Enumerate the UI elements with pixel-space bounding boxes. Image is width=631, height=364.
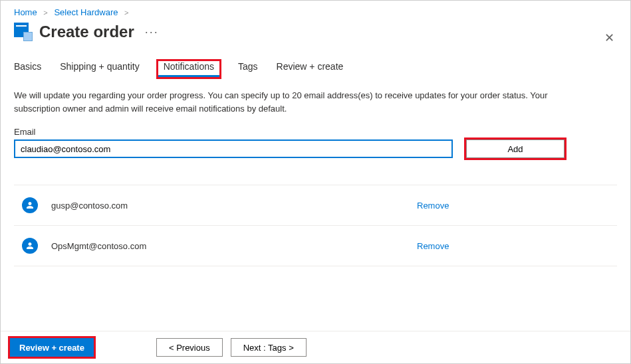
- footer: Review + create < Previous Next : Tags >: [1, 331, 630, 363]
- breadcrumb-home[interactable]: Home: [14, 7, 37, 17]
- notifications-description: We will update you regarding your order …: [1, 77, 586, 115]
- chevron-right-icon: >: [124, 9, 128, 17]
- tab-basics[interactable]: Basics: [14, 61, 41, 77]
- email-list: gusp@contoso.com Remove OpsMgmt@contoso.…: [1, 158, 630, 266]
- tab-bar: Basics Shipping + quantity Notifications…: [1, 49, 630, 77]
- list-item: gusp@contoso.com Remove: [14, 185, 617, 226]
- more-icon[interactable]: ···: [145, 25, 159, 39]
- email-address: OpsMgmt@contoso.com: [51, 241, 417, 251]
- close-icon[interactable]: ✕: [604, 31, 614, 45]
- tab-review[interactable]: Review + create: [277, 61, 344, 77]
- review-create-button[interactable]: Review + create: [10, 338, 94, 357]
- page-header: Create order ···: [1, 20, 630, 49]
- remove-link[interactable]: Remove: [417, 201, 449, 211]
- list-item: OpsMgmt@contoso.com Remove: [14, 226, 617, 266]
- breadcrumb: Home > Select Hardware >: [1, 1, 630, 20]
- tab-notifications[interactable]: Notifications: [158, 61, 219, 77]
- tab-shipping[interactable]: Shipping + quantity: [60, 61, 139, 77]
- email-input[interactable]: [14, 139, 453, 158]
- order-icon: [14, 23, 33, 41]
- next-button[interactable]: Next : Tags >: [231, 338, 307, 357]
- breadcrumb-select-hardware[interactable]: Select Hardware: [54, 7, 118, 17]
- previous-button[interactable]: < Previous: [156, 338, 223, 357]
- email-label: Email: [1, 115, 630, 139]
- email-address: gusp@contoso.com: [51, 201, 417, 211]
- chevron-right-icon: >: [43, 9, 47, 17]
- person-icon: [22, 238, 38, 254]
- remove-link[interactable]: Remove: [417, 241, 449, 251]
- page-title: Create order: [39, 23, 134, 41]
- add-button[interactable]: Add: [466, 139, 565, 158]
- person-icon: [22, 197, 38, 213]
- tab-tags[interactable]: Tags: [238, 61, 258, 77]
